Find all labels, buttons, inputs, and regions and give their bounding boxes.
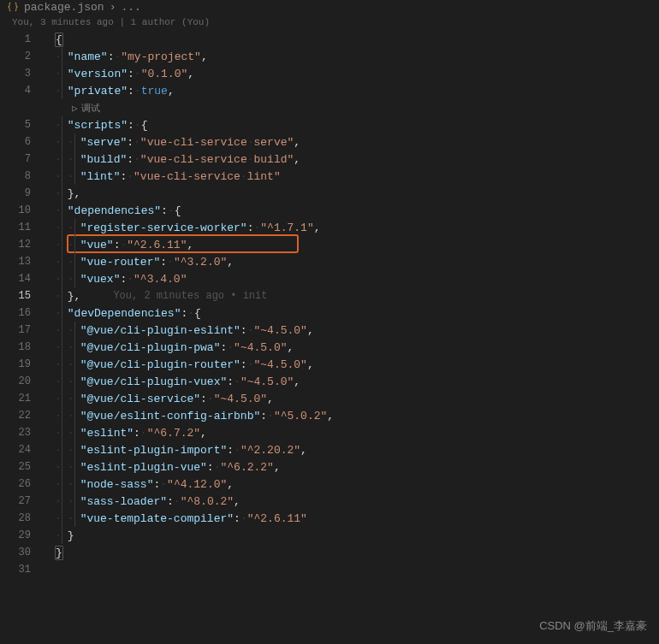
code-content[interactable]: ··"vuex":·"^3.4.0" bbox=[55, 270, 187, 287]
line-number[interactable]: 21 bbox=[0, 393, 38, 405]
code-content[interactable]: ··"vue-template-compiler":·"^2.6.11" bbox=[55, 510, 307, 527]
tab-bar: package.json › ... bbox=[0, 0, 659, 14]
code-content[interactable]: ·},You, 2 minutes ago • init bbox=[55, 287, 267, 304]
code-line[interactable]: 26··"node-sass":·"^4.12.0", bbox=[0, 476, 659, 493]
code-content[interactable]: ·"name":·"my-project", bbox=[55, 48, 208, 65]
code-line[interactable]: 24··"eslint-plugin-import":·"^2.20.2", bbox=[0, 441, 659, 458]
line-number[interactable]: 23 bbox=[0, 427, 38, 439]
code-content[interactable]: ·}, bbox=[55, 185, 80, 202]
code-content[interactable]: ··"@vue/cli-plugin-vuex":·"~4.5.0", bbox=[55, 373, 300, 390]
code-content[interactable]: ·"devDependencies":·{ bbox=[55, 304, 201, 322]
line-number[interactable]: 4 bbox=[0, 85, 38, 97]
gitlens-blame-header[interactable]: You, 3 minutes ago | 1 author (You) bbox=[0, 14, 659, 31]
code-content[interactable]: ··"vue-router":·"^3.2.0", bbox=[55, 253, 234, 270]
code-content[interactable]: ··"lint":·"vue-cli-service·lint" bbox=[55, 168, 281, 185]
line-number[interactable]: 6 bbox=[0, 136, 38, 148]
code-content[interactable]: ··"@vue/cli-plugin-router":·"~4.5.0", bbox=[55, 356, 314, 373]
code-content[interactable]: { bbox=[55, 32, 63, 47]
code-content[interactable]: ··"@vue/cli-plugin-pwa":·"~4.5.0", bbox=[55, 339, 294, 356]
code-line[interactable]: 17··"@vue/cli-plugin-eslint":·"~4.5.0", bbox=[0, 322, 659, 339]
code-line[interactable]: 12··"vue":·"^2.6.11", bbox=[0, 236, 659, 253]
code-line[interactable]: 27··"sass-loader":·"^8.0.2", bbox=[0, 493, 659, 510]
play-icon: ▷ bbox=[72, 103, 78, 114]
code-content[interactable]: ·"scripts":·{ bbox=[55, 116, 147, 133]
line-number[interactable]: 8 bbox=[0, 170, 38, 182]
line-number[interactable]: 30 bbox=[0, 547, 38, 558]
line-number[interactable]: 22 bbox=[0, 410, 38, 422]
line-number[interactable]: 31 bbox=[0, 564, 38, 576]
line-number[interactable]: 14 bbox=[0, 273, 38, 285]
line-number[interactable]: 19 bbox=[0, 358, 38, 370]
code-line[interactable]: 14··"vuex":·"^3.4.0" bbox=[0, 270, 659, 287]
code-line[interactable]: 1{ bbox=[0, 31, 659, 48]
code-line[interactable]: 23··"eslint":·"^6.7.2", bbox=[0, 424, 659, 441]
code-line[interactable]: 4·"private":·true, bbox=[0, 82, 659, 99]
code-line[interactable]: 29·} bbox=[0, 527, 659, 544]
code-line[interactable]: 7··"build":·"vue-cli-service·build", bbox=[0, 151, 659, 168]
line-number[interactable]: 9 bbox=[0, 187, 38, 199]
code-line[interactable]: 20··"@vue/cli-plugin-vuex":·"~4.5.0", bbox=[0, 373, 659, 390]
code-line[interactable]: 15·},You, 2 minutes ago • init bbox=[0, 287, 659, 304]
code-line[interactable]: 5·"scripts":·{ bbox=[0, 116, 659, 133]
line-number[interactable]: 5 bbox=[0, 119, 38, 131]
line-number[interactable]: 27 bbox=[0, 495, 38, 507]
code-line[interactable]: 18··"@vue/cli-plugin-pwa":·"~4.5.0", bbox=[0, 339, 659, 356]
line-number[interactable]: 26 bbox=[0, 478, 38, 490]
code-content[interactable]: ··"@vue/eslint-config-airbnb":·"^5.0.2", bbox=[55, 407, 334, 424]
code-line[interactable]: 31 bbox=[0, 561, 659, 578]
line-number[interactable]: 7 bbox=[0, 153, 38, 165]
code-line[interactable]: 11··"register-service-worker":·"^1.7.1", bbox=[0, 219, 659, 236]
code-line[interactable]: 21··"@vue/cli-service":·"~4.5.0", bbox=[0, 390, 659, 407]
line-number[interactable]: 2 bbox=[0, 50, 38, 62]
line-number[interactable]: 13 bbox=[0, 256, 38, 268]
line-number[interactable]: 28 bbox=[0, 512, 38, 524]
code-content[interactable]: ··"vue":·"^2.6.11", bbox=[55, 236, 193, 253]
code-line[interactable]: 22··"@vue/eslint-config-airbnb":·"^5.0.2… bbox=[0, 407, 659, 424]
code-content[interactable]: ··"node-sass":·"^4.12.0", bbox=[55, 476, 234, 493]
line-number[interactable]: 29 bbox=[0, 529, 38, 541]
code-content[interactable]: ··"@vue/cli-service":·"~4.5.0", bbox=[55, 390, 274, 407]
line-number[interactable]: 25 bbox=[0, 461, 38, 473]
code-content[interactable]: ·} bbox=[55, 527, 74, 544]
code-line[interactable]: 6··"serve":·"vue-cli-service·serve", bbox=[0, 133, 659, 151]
code-content[interactable]: ·"private":·true, bbox=[55, 82, 175, 99]
json-file-icon bbox=[7, 1, 19, 13]
code-content[interactable]: ··"serve":·"vue-cli-service·serve", bbox=[55, 133, 300, 151]
code-line[interactable]: 19··"@vue/cli-plugin-router":·"~4.5.0", bbox=[0, 356, 659, 373]
line-number[interactable]: 16 bbox=[0, 307, 38, 319]
code-line[interactable]: 3·"version":·"0.1.0", bbox=[0, 65, 659, 82]
line-number[interactable]: 18 bbox=[0, 341, 38, 353]
line-number[interactable]: 12 bbox=[0, 239, 38, 251]
code-content[interactable]: ··"eslint-plugin-vue":·"^6.2.2", bbox=[55, 458, 281, 476]
code-content[interactable]: ··"build":·"vue-cli-service·build", bbox=[55, 151, 300, 168]
code-content[interactable]: } bbox=[55, 546, 63, 560]
line-number[interactable]: 20 bbox=[0, 375, 38, 387]
line-number[interactable]: 15 bbox=[0, 290, 38, 302]
tab-filename[interactable]: package.json bbox=[24, 1, 104, 14]
code-content[interactable]: ·"dependencies":·{ bbox=[55, 202, 181, 219]
code-line[interactable]: 25··"eslint-plugin-vue":·"^6.2.2", bbox=[0, 458, 659, 476]
code-line[interactable]: 9·}, bbox=[0, 185, 659, 202]
code-line[interactable]: 16·"devDependencies":·{ bbox=[0, 304, 659, 322]
code-content[interactable]: ··"sass-loader":·"^8.0.2", bbox=[55, 493, 240, 510]
code-line[interactable]: 30} bbox=[0, 544, 659, 561]
code-line[interactable]: 13··"vue-router":·"^3.2.0", bbox=[0, 253, 659, 270]
line-number[interactable]: 17 bbox=[0, 324, 38, 336]
code-line[interactable]: 8··"lint":·"vue-cli-service·lint" bbox=[0, 168, 659, 185]
code-content[interactable]: ··"eslint-plugin-import":·"^2.20.2", bbox=[55, 441, 307, 458]
code-content[interactable]: ··"eslint":·"^6.7.2", bbox=[55, 424, 207, 441]
breadcrumb-more[interactable]: ... bbox=[121, 1, 140, 14]
line-number[interactable]: 11 bbox=[0, 222, 38, 233]
line-number[interactable]: 1 bbox=[0, 33, 38, 45]
code-line[interactable]: 10·"dependencies":·{ bbox=[0, 202, 659, 219]
line-number[interactable]: 10 bbox=[0, 204, 38, 216]
code-content[interactable]: ··"register-service-worker":·"^1.7.1", bbox=[55, 219, 321, 236]
code-content[interactable]: ··"@vue/cli-plugin-eslint":·"~4.5.0", bbox=[55, 322, 314, 339]
debug-codelens[interactable]: ▷调试 bbox=[0, 99, 659, 116]
code-content[interactable]: ·"version":·"0.1.0", bbox=[55, 65, 194, 82]
code-editor[interactable]: 1{2·"name":·"my-project",3·"version":·"0… bbox=[0, 31, 659, 578]
code-line[interactable]: 2·"name":·"my-project", bbox=[0, 48, 659, 65]
code-line[interactable]: 28··"vue-template-compiler":·"^2.6.11" bbox=[0, 510, 659, 527]
line-number[interactable]: 24 bbox=[0, 444, 38, 456]
line-number[interactable]: 3 bbox=[0, 68, 38, 80]
